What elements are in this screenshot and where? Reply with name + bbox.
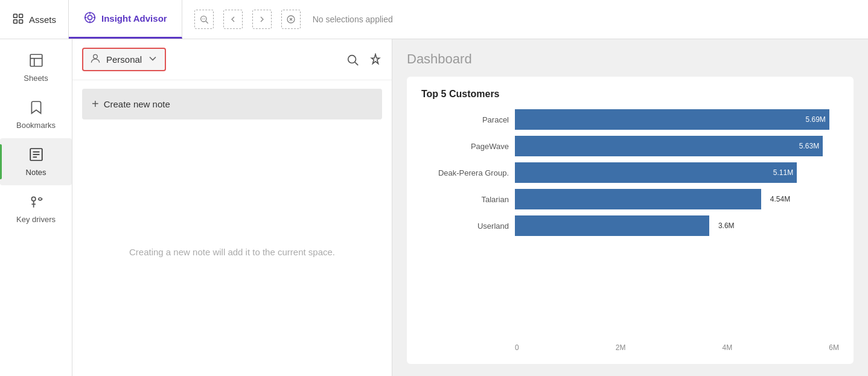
assets-nav-item[interactable]: Assets [0,0,69,39]
bar-fill: 5.69M [515,109,829,130]
x-axis-labels: 02M4M6M [515,343,839,352]
bar-label: Paracel [421,115,515,124]
notes-icon [28,147,44,164]
x-axis-label: 2M [616,343,626,352]
svg-rect-16 [30,54,42,66]
person-icon [89,53,101,66]
assets-label: Assets [29,14,56,25]
bar-label: Deak-Perera Group. [421,168,515,177]
bar-wrapper: 4.54M [515,189,839,209]
assets-icon [12,13,24,27]
main-content: Sheets Bookmarks Notes [0,39,868,376]
personal-dropdown[interactable]: Personal [82,48,166,71]
sidebar: Sheets Bookmarks Notes [0,39,72,376]
smart-search-button[interactable] [194,10,214,29]
svg-point-27 [348,55,356,63]
clear-button[interactable] [281,10,301,29]
notes-empty-message: Creating a new note will add it to the c… [72,128,392,376]
key-drivers-icon [28,194,44,211]
svg-point-23 [31,197,36,201]
insight-advisor-label: Insight Advisor [101,13,167,24]
bar-label: Userland [421,221,515,231]
dropdown-chevron-icon [147,53,159,66]
bar-wrapper: 3.6M [515,215,839,236]
bar-label: Talarian [421,195,515,204]
bar-row: Deak-Perera Group.5.11M [421,162,839,183]
x-axis-label: 0 [515,343,519,352]
bar-fill: 5.11M [515,162,797,183]
bar-fill [515,215,709,236]
bar-fill [515,189,761,209]
bookmarks-icon [28,100,44,117]
bar-row: PageWave5.63M [421,136,839,156]
svg-line-28 [355,62,358,65]
bar-value: 3.6M [716,221,735,230]
notes-header: Personal [72,39,392,80]
svg-rect-2 [14,19,18,23]
chart-title: Top 5 Customers [421,89,839,100]
x-axis: 02M4M6M [421,343,839,352]
bar-wrapper: 5.63M [515,136,839,156]
bar-fill: 5.63M [515,136,823,156]
bar-value: 5.11M [773,168,793,177]
bookmarks-label: Bookmarks [16,121,56,130]
sheets-label: Sheets [24,74,48,83]
notes-header-actions [346,53,382,66]
dashboard-title: Dashboard [407,51,854,67]
search-button[interactable] [346,53,359,66]
sidebar-item-notes[interactable]: Notes [0,138,72,185]
create-note-label: Create new note [104,99,170,109]
bar-row: Userland3.6M [421,215,839,236]
sidebar-item-key-drivers[interactable]: Key drivers [0,185,72,232]
svg-point-26 [94,54,98,59]
svg-point-5 [88,15,92,19]
bar-chart: Paracel5.69MPageWave5.63MDeak-Perera Gro… [421,109,839,340]
personal-label: Personal [106,54,142,65]
bar-wrapper: 5.69M [515,109,839,130]
bar-label: PageWave [421,142,515,151]
sidebar-item-bookmarks[interactable]: Bookmarks [0,91,72,138]
svg-line-11 [206,21,208,24]
insight-advisor-nav-item[interactable]: Insight Advisor [69,0,182,39]
plus-icon: + [92,97,99,111]
insight-advisor-icon [83,11,97,26]
svg-rect-3 [19,19,23,23]
notes-label: Notes [26,168,46,177]
forward-button[interactable] [252,10,272,29]
x-axis-label: 4M [723,343,733,352]
x-axis-label: 6M [829,343,839,352]
svg-rect-1 [19,14,23,18]
nav-actions: No selections applied [182,10,868,29]
sheets-icon [28,53,44,70]
bar-row: Talarian4.54M [421,189,839,209]
sidebar-item-sheets[interactable]: Sheets [0,44,72,91]
notes-panel: Personal [72,39,392,376]
back-button[interactable] [223,10,243,29]
svg-rect-0 [14,14,18,18]
bar-value: 5.63M [799,142,819,150]
svg-point-10 [200,16,206,22]
top-nav: Assets Insight Advisor [0,0,868,39]
bar-row: Paracel5.69M [421,109,839,130]
create-note-button[interactable]: + Create new note [82,89,382,119]
bar-value: 5.69M [806,115,826,124]
selection-text: No selections applied [313,14,393,24]
chart-card: Top 5 Customers Paracel5.69MPageWave5.63… [407,77,854,364]
bar-wrapper: 5.11M [515,162,839,183]
pin-button[interactable] [369,53,382,66]
dashboard-panel: Dashboard Top 5 Customers Paracel5.69MPa… [392,39,868,376]
key-drivers-label: Key drivers [16,215,56,224]
bar-value: 4.54M [768,195,790,203]
